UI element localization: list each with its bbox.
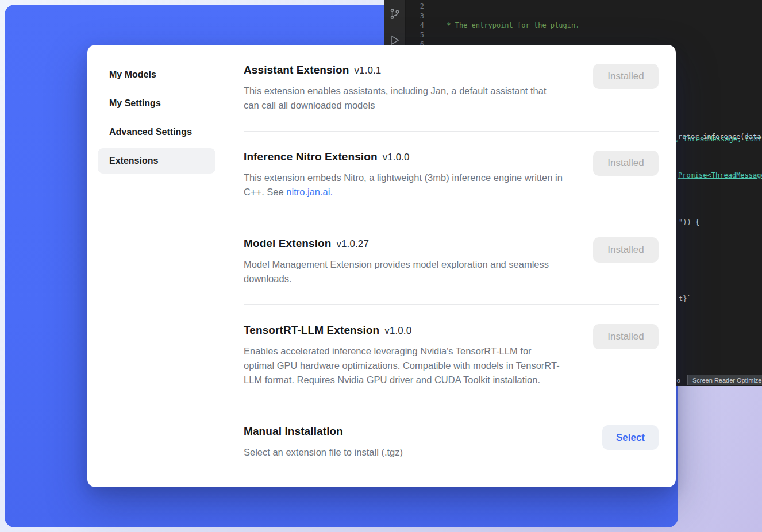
extension-name: Assistant Extensionv1.0.1 xyxy=(244,64,563,76)
extension-title-text: Model Extension xyxy=(244,237,331,249)
extension-row-model: Model Extensionv1.0.27 Model Management … xyxy=(244,218,659,305)
extension-version: v1.0.0 xyxy=(383,152,410,163)
extension-info: Model Extensionv1.0.27 Model Management … xyxy=(244,237,577,286)
extension-description: This extension enables assistants, inclu… xyxy=(244,84,563,113)
installed-button[interactable]: Installed xyxy=(593,237,659,263)
settings-sidebar: My Models My Settings Advanced Settings … xyxy=(87,45,225,487)
line-number: 2 xyxy=(413,2,424,11)
extension-name: Inference Nitro Extensionv1.0.0 xyxy=(244,151,563,163)
code-fragment: rator.inference(data)); xyxy=(678,132,762,141)
sidebar-item-extensions[interactable]: Extensions xyxy=(98,148,215,174)
nitro-jan-ai-link[interactable]: nitro.jan.ai. xyxy=(286,187,333,197)
extension-title-text: TensortRT-LLM Extension xyxy=(244,324,379,336)
code-fragment: ")) { xyxy=(679,218,699,227)
extension-name: Model Extensionv1.0.27 xyxy=(244,237,563,250)
line-number: 4 xyxy=(413,21,424,30)
installed-button[interactable]: Installed xyxy=(593,151,659,176)
source-control-icon[interactable] xyxy=(389,8,401,20)
run-debug-icon[interactable] xyxy=(389,34,401,46)
line-number: 3 xyxy=(413,11,424,21)
installed-button[interactable]: Installed xyxy=(593,64,659,89)
line-number: 5 xyxy=(413,30,424,40)
extension-row-inference-nitro: Inference Nitro Extensionv1.0.0 This ext… xyxy=(244,132,659,218)
extension-name: TensortRT-LLM Extensionv1.0.0 xyxy=(244,324,563,337)
extension-description: Model Management Extension provides mode… xyxy=(244,257,563,286)
extension-description: Enables accelerated inference leveraging… xyxy=(244,344,563,387)
screen-reader-notice[interactable]: Screen Reader Optimize xyxy=(687,375,762,385)
extension-info: TensortRT-LLM Extensionv1.0.0 Enables ac… xyxy=(244,324,577,387)
sidebar-item-my-settings[interactable]: My Settings xyxy=(98,91,215,116)
extension-version: v1.0.0 xyxy=(384,325,411,336)
select-button[interactable]: Select xyxy=(602,425,659,450)
manual-installation-title: Manual Installation xyxy=(244,425,403,438)
manual-title-text: Manual Installation xyxy=(244,425,343,437)
extension-description: This extension embeds Nitro, a lightweig… xyxy=(244,171,563,199)
code-line-comment: * The entrypoint for the plugin. xyxy=(442,21,762,30)
manual-installation-info: Manual Installation Select an extension … xyxy=(244,425,417,460)
code-fragment: Promise<ThreadMessage> xyxy=(678,171,762,180)
extension-info: Assistant Extensionv1.0.1 This extension… xyxy=(244,64,577,113)
settings-modal: My Models My Settings Advanced Settings … xyxy=(87,45,676,487)
extension-title-text: Assistant Extension xyxy=(244,64,349,76)
code-fragment: t}` xyxy=(679,294,691,303)
sidebar-item-advanced-settings[interactable]: Advanced Settings xyxy=(98,119,215,145)
editor-line-numbers: 2 3 4 5 6 xyxy=(413,2,424,49)
manual-installation-description: Select an extension file to install (.tg… xyxy=(244,445,403,460)
extension-row-assistant: Assistant Extensionv1.0.1 This extension… xyxy=(244,45,659,132)
extension-info: Inference Nitro Extensionv1.0.0 This ext… xyxy=(244,151,577,199)
manual-installation-row: Manual Installation Select an extension … xyxy=(244,406,659,478)
extension-row-tensorrt-llm: TensortRT-LLM Extensionv1.0.0 Enables ac… xyxy=(244,305,659,406)
sidebar-item-my-models[interactable]: My Models xyxy=(98,62,215,87)
extension-version: v1.0.27 xyxy=(336,238,368,249)
extension-title-text: Inference Nitro Extension xyxy=(244,151,378,163)
extensions-list: Assistant Extensionv1.0.1 This extension… xyxy=(225,45,676,487)
extension-version: v1.0.1 xyxy=(355,65,382,76)
installed-button[interactable]: Installed xyxy=(593,324,659,349)
